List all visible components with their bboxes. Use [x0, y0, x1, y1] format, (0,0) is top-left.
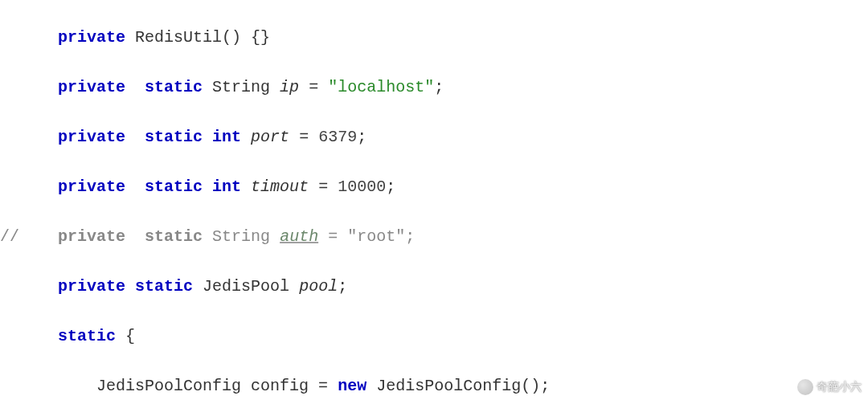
watermark-icon — [797, 379, 813, 395]
code-line: private RedisUtil() {} — [0, 25, 868, 50]
code-line-commented: // private static String auth = "root"; — [0, 224, 868, 249]
watermark-text: 奇葩小六 — [817, 374, 862, 399]
type-jedispool: JedisPool — [203, 277, 289, 296]
ctor-call: JedisPoolConfig() — [376, 377, 540, 395]
string-literal: "localhost" — [328, 78, 434, 96]
keyword-private: private — [58, 178, 125, 196]
class-name: RedisUtil — [135, 28, 222, 47]
var-config: config — [251, 377, 309, 395]
number-literal: 6379 — [318, 128, 357, 146]
keyword-private: private — [58, 128, 125, 146]
keyword-static: static — [145, 128, 203, 146]
field-port: port — [251, 128, 289, 146]
code-line: JedisPoolConfig config = new JedisPoolCo… — [0, 373, 868, 398]
number-literal: 10000 — [338, 178, 386, 196]
field-auth: auth — [280, 227, 318, 246]
keyword-private: private — [58, 28, 125, 47]
keyword-new: new — [338, 377, 366, 395]
type-jedispoolconfig: JedisPoolConfig — [96, 377, 241, 395]
field-timout: timout — [251, 178, 309, 196]
keyword-static: static — [58, 327, 116, 345]
keyword-private: private — [58, 78, 125, 96]
code-line: static { — [0, 324, 868, 349]
comment-slashes: // — [0, 227, 19, 246]
keyword-static: static — [135, 277, 193, 296]
keyword-static: static — [145, 78, 203, 96]
code-line: private static int port = 6379; — [0, 124, 868, 149]
open-brace: { — [125, 327, 135, 345]
field-pool: pool — [299, 277, 338, 296]
watermark: 奇葩小六 — [797, 374, 862, 399]
type-int: int — [212, 128, 241, 146]
code-line: private static String ip = "localhost"; — [0, 75, 868, 100]
code-line: private static int timout = 10000; — [0, 174, 868, 199]
type-int: int — [212, 178, 241, 196]
code-editor: private RedisUtil() {} private static St… — [0, 0, 868, 404]
type-string: String — [212, 78, 270, 96]
field-ip: ip — [280, 78, 299, 96]
keyword-static: static — [145, 178, 203, 196]
ctor-parens: () {} — [222, 28, 270, 47]
keyword-private: private — [58, 277, 125, 296]
code-line: private static JedisPool pool; — [0, 274, 868, 299]
